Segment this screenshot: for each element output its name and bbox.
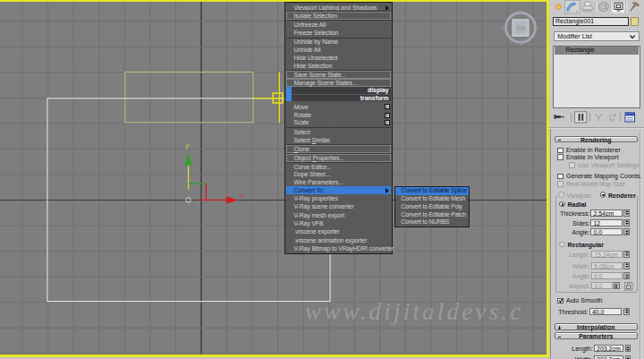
svg-text:N: N [519, 10, 522, 15]
svg-text:y: y [185, 142, 190, 150]
svg-text:S: S [519, 41, 522, 47]
svg-text:x: x [240, 192, 244, 199]
svg-text:E: E [535, 25, 538, 30]
svg-text:TOP: TOP [517, 27, 525, 31]
svg-text:W: W [502, 25, 507, 30]
